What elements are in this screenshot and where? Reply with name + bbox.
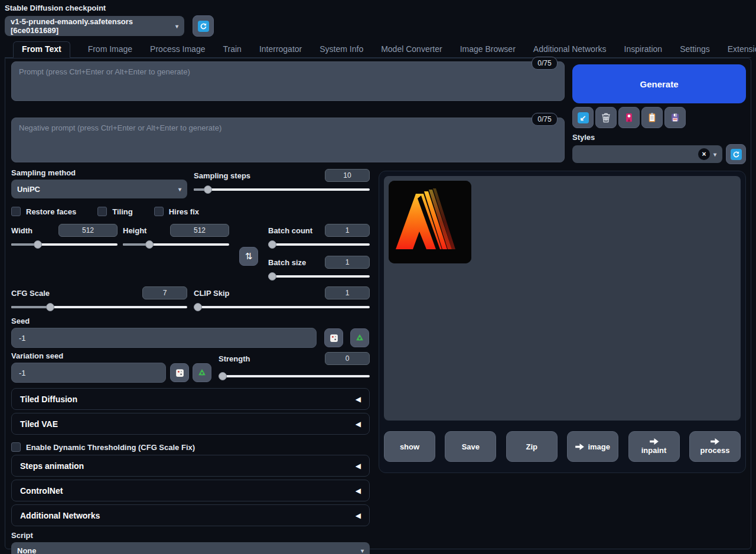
height-input[interactable] — [170, 224, 229, 237]
swap-dimensions-button[interactable]: ⇅ — [239, 247, 258, 266]
generate-button[interactable]: Generate — [572, 64, 746, 103]
button-label: image — [588, 442, 610, 451]
zip-button[interactable]: Zip — [506, 431, 558, 462]
tab-image-browser[interactable]: Image Browser — [460, 42, 516, 57]
preview-thumbnail[interactable] — [389, 181, 471, 263]
save-button[interactable]: Save — [445, 431, 496, 462]
tab-from-image[interactable]: From Image — [88, 42, 132, 57]
width-slider[interactable] — [11, 240, 118, 249]
hires-fix-option: Hires fix — [154, 207, 199, 216]
variation-seed-reuse-button[interactable] — [193, 363, 211, 382]
batch-size-input[interactable] — [325, 256, 370, 269]
checkpoint-value: v1-5-pruned-emaonly.safetensors [6ce0161… — [11, 17, 175, 35]
height-slider[interactable] — [123, 240, 229, 249]
checkpoint-dropdown[interactable]: v1-5-pruned-emaonly.safetensors [6ce0161… — [5, 16, 184, 36]
variation-seed-random-button[interactable] — [170, 363, 189, 382]
clear-icon[interactable]: × — [698, 148, 710, 160]
hires-fix-label: Hires fix — [169, 207, 199, 216]
tab-system-info[interactable]: System Info — [320, 42, 363, 57]
clip-skip-input[interactable] — [325, 286, 370, 299]
dynamic-thresholding-label: Enable Dynamic Thresholding (CFG Scale F… — [26, 443, 195, 452]
show-button[interactable]: show — [384, 431, 435, 462]
accordion-additional-networks[interactable]: Additional Networks ◀ — [11, 504, 370, 526]
hires-fix-checkbox[interactable] — [154, 207, 164, 216]
accordion-tiled-vae[interactable]: Tiled VAE ◀ — [11, 413, 370, 435]
clip-skip-slider[interactable] — [194, 302, 370, 312]
apply-styles-button[interactable] — [641, 107, 663, 128]
sampling-method-dropdown[interactable]: UniPC ▾ — [11, 180, 187, 198]
strength-input[interactable] — [325, 352, 370, 365]
tiling-label: Tiling — [112, 207, 132, 216]
restore-faces-checkbox[interactable] — [11, 207, 21, 216]
batch-count-slider[interactable] — [268, 240, 370, 249]
clear-prompt-button[interactable] — [595, 107, 617, 128]
to-inpaint-button[interactable]: inpaint — [628, 431, 680, 462]
extra-networks-button[interactable] — [618, 107, 640, 128]
floppy-disk-icon — [670, 112, 680, 123]
app-logo — [389, 181, 471, 263]
tab-inspiration[interactable]: Inspiration — [624, 42, 663, 57]
tiling-checkbox[interactable] — [97, 207, 107, 216]
collapse-triangle-icon: ◀ — [356, 420, 361, 428]
tab-settings[interactable]: Settings — [680, 42, 710, 57]
script-dropdown[interactable]: None ▾ — [11, 542, 370, 554]
button-label: Save — [462, 442, 480, 451]
cfg-scale-slider[interactable] — [11, 302, 187, 312]
prompt-textarea[interactable] — [11, 61, 565, 101]
batch-size-slider[interactable] — [268, 272, 370, 281]
sampling-steps-slider[interactable] — [194, 185, 370, 194]
dice-icon — [175, 368, 185, 378]
swap-icon: ⇅ — [245, 251, 253, 262]
tab-model-converter[interactable]: Model Converter — [381, 42, 442, 57]
tab-process-image[interactable]: Process Image — [150, 42, 205, 57]
save-style-button[interactable] — [664, 107, 686, 128]
paste-params-button[interactable]: ↙ — [572, 107, 594, 128]
seed-reuse-button[interactable] — [350, 328, 369, 347]
accordion-label: Tiled VAE — [20, 419, 58, 429]
tab-train[interactable]: Train — [223, 42, 241, 57]
accordion-controlnet[interactable]: ControlNet ◀ — [11, 480, 370, 501]
collapse-triangle-icon: ◀ — [356, 395, 361, 403]
dice-icon — [329, 333, 339, 343]
output-actions-row: show Save Zip image inpaint process — [384, 431, 741, 462]
arrow-right-icon — [650, 438, 659, 445]
seed-random-button[interactable] — [324, 328, 343, 347]
quick-actions-row: ↙ — [572, 107, 746, 128]
to-image-button[interactable]: image — [567, 431, 618, 462]
recycle-icon — [197, 367, 207, 378]
accordion-label: Tiled Diffusion — [20, 395, 77, 404]
batch-count-input[interactable] — [325, 224, 370, 237]
tab-from-text[interactable]: From Text — [13, 41, 70, 58]
to-process-button[interactable]: process — [689, 431, 741, 462]
dynamic-thresholding-checkbox[interactable] — [11, 442, 21, 452]
sampling-steps-input[interactable] — [325, 169, 370, 182]
generate-column: Generate ↙ — [572, 64, 746, 164]
accordion-label: Additional Networks — [20, 511, 100, 520]
styles-dropdown[interactable]: × ▾ — [572, 145, 722, 163]
tab-additional-networks[interactable]: Additional Networks — [533, 42, 607, 57]
negative-prompt-token-counter: 0/75 — [532, 113, 558, 126]
prompt-token-counter: 0/75 — [532, 57, 558, 70]
script-value: None — [17, 546, 37, 554]
tab-extensions[interactable]: Extensions — [728, 42, 756, 57]
cfg-scale-input[interactable] — [142, 286, 187, 299]
button-label: process — [700, 446, 730, 455]
checkpoint-header: Stable Diffusion checkpoint v1-5-pruned-… — [5, 4, 214, 37]
tab-interrogator[interactable]: Interrogator — [259, 42, 302, 57]
styles-refresh-button[interactable] — [726, 144, 746, 164]
strength-slider[interactable] — [219, 371, 370, 381]
negative-prompt-textarea[interactable] — [11, 118, 565, 162]
arrow-down-left-icon: ↙ — [578, 112, 589, 123]
accordion-steps-animation[interactable]: Steps animation ◀ — [11, 455, 370, 477]
generation-controls: Sampling method UniPC ▾ Sampling steps — [11, 168, 370, 554]
width-input[interactable] — [58, 224, 118, 237]
seed-input[interactable] — [11, 328, 317, 348]
accordion-tiled-diffusion[interactable]: Tiled Diffusion ◀ — [11, 388, 370, 410]
checkpoint-refresh-button[interactable] — [193, 15, 214, 37]
refresh-icon — [731, 149, 742, 160]
variation-seed-input[interactable] — [11, 363, 166, 383]
collapse-triangle-icon: ◀ — [356, 487, 361, 495]
seed-label: Seed — [11, 317, 370, 325]
preview-area — [384, 176, 741, 421]
output-panel: show Save Zip image inpaint process — [379, 171, 746, 473]
